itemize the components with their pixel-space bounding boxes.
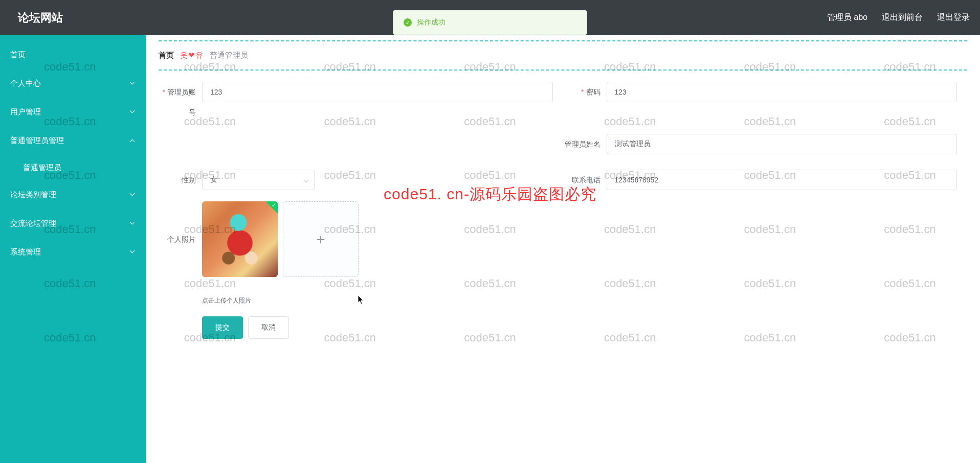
success-toast: ✓ 操作成功 — [393, 10, 587, 35]
goto-frontend-link[interactable]: 退出到前台 — [882, 12, 923, 23]
admin-user-label[interactable]: 管理员 abo — [827, 12, 867, 23]
success-check-icon: ✓ — [404, 18, 412, 27]
site-title: 论坛网站 — [18, 10, 63, 26]
header-right: 管理员 abo 退出到前台 退出登录 — [827, 12, 970, 23]
toast-message: 操作成功 — [417, 18, 446, 27]
logout-link[interactable]: 退出登录 — [937, 12, 970, 23]
